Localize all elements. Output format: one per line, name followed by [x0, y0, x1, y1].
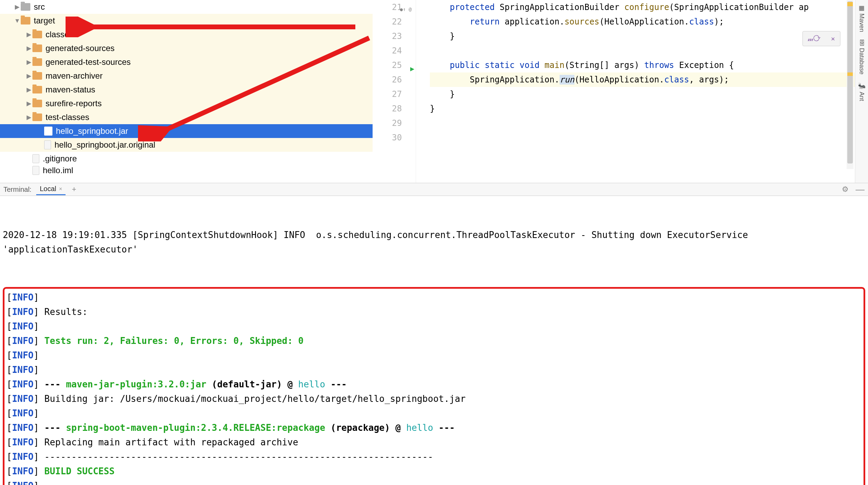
expand-arrow-icon[interactable]: ▶ [26, 44, 32, 52]
file-icon [32, 166, 39, 175]
code-line[interactable]: } [430, 101, 868, 116]
tree-item-surefire-reports[interactable]: ▶surefire-reports [0, 97, 373, 110]
code-line[interactable] [430, 43, 868, 58]
warning-marker[interactable] [847, 2, 853, 6]
tree-item-label: generated-sources [46, 43, 115, 53]
tree-item-label: test-classes [46, 112, 89, 122]
tree-item-test-classes[interactable]: ▶test-classes [0, 110, 373, 124]
expand-arrow-icon[interactable]: ▶ [26, 100, 32, 107]
database-tool-button[interactable]: 🗄 Database [858, 38, 865, 77]
terminal-output[interactable]: 2020-12-18 19:19:01.335 [SpringContextSh… [0, 196, 868, 485]
tree-item-target[interactable]: ▼target [0, 14, 373, 28]
tree-item-src[interactable]: ▶src [0, 0, 373, 14]
maven-tool-button[interactable]: ▦ Maven [858, 2, 866, 34]
inspection-popup[interactable]: 𝓂⟳ × [802, 31, 840, 46]
terminal-log-line: [INFO] --- maven-jar-plugin:3.2.0:jar (d… [7, 377, 861, 392]
gutter-line[interactable]: 30 [373, 130, 402, 145]
folder-icon [21, 3, 30, 11]
gutter-line[interactable]: 23 [373, 29, 402, 43]
folder-icon [32, 31, 42, 38]
gutter-line[interactable]: 22 [373, 14, 402, 29]
tree-item-label: hello.iml [43, 166, 73, 175]
minimize-icon[interactable]: — [856, 184, 865, 195]
terminal-log-line: [INFO] [7, 290, 861, 305]
file-icon [32, 154, 39, 163]
terminal-log-line: [INFO] [7, 319, 861, 334]
terminal-title: Terminal: [3, 186, 31, 194]
terminal-log-line: [INFO] ---------------------------------… [7, 478, 861, 485]
expand-arrow-icon[interactable]: ▶ [26, 86, 32, 93]
tree-item-hello-springboot-jar[interactable]: hello_springboot.jar [0, 124, 373, 138]
gutter-line[interactable]: 28 [373, 101, 402, 116]
terminal-tab-bar[interactable]: Terminal: Local × + ⚙ — [0, 183, 868, 196]
gutter-line[interactable]: 25▶ [373, 58, 402, 72]
code-editor[interactable]: 21●↑ @22232425▶2627282930 protected Spri… [373, 0, 868, 183]
code-line[interactable]: protected SpringApplicationBuilder confi… [430, 0, 868, 14]
editor-gutter: 21●↑ @22232425▶2627282930 [373, 0, 416, 183]
editor-scrollbar[interactable] [847, 0, 854, 169]
tree-item-label: src [34, 2, 45, 12]
maven-icon: ▦ [858, 4, 866, 11]
terminal-log-line: [INFO] Building jar: /Users/mockuai/mock… [7, 392, 861, 406]
gear-icon[interactable]: ⚙ [842, 185, 849, 194]
folder-icon [32, 113, 42, 121]
code-line[interactable]: public static void main(String[] args) t… [430, 58, 868, 72]
terminal-tab-local[interactable]: Local × [36, 184, 66, 195]
tree-item-label: .gitignore [43, 154, 77, 164]
run-gutter-icon[interactable]: ▶ [410, 61, 414, 76]
terminal-log-line: [INFO] BUILD SUCCESS [7, 464, 861, 478]
editor-code-area[interactable]: protected SpringApplicationBuilder confi… [416, 0, 868, 183]
database-icon: 🗄 [858, 40, 865, 46]
folder-icon [32, 44, 42, 52]
expand-arrow-icon[interactable]: ▶ [26, 72, 32, 80]
close-icon[interactable]: × [831, 34, 835, 43]
inspection-icon: 𝓂⟳ [808, 34, 821, 43]
tree-item-label: maven-archiver [46, 71, 102, 81]
terminal-log-line: [INFO] [7, 406, 861, 420]
ant-icon: 🐜 [858, 82, 866, 90]
warning-marker[interactable] [847, 72, 853, 76]
code-line[interactable] [430, 130, 868, 145]
tree-item-label: hello_springboot.jar.original [55, 140, 155, 150]
tree-item-maven-archiver[interactable]: ▶maven-archiver [0, 69, 373, 83]
add-terminal-button[interactable]: + [72, 185, 76, 194]
folder-icon [32, 86, 42, 93]
folder-icon [32, 72, 42, 80]
terminal-log-line: [INFO] [7, 348, 861, 363]
terminal-log-line: [INFO] Replacing main artifact with repa… [7, 435, 861, 449]
expand-arrow-icon[interactable]: ▶ [26, 58, 32, 66]
folder-icon [32, 58, 42, 66]
gutter-line[interactable]: 21●↑ @ [373, 0, 402, 14]
tree-item-hello-springboot-jar-original[interactable]: hello_springboot.jar.original [0, 138, 373, 152]
tree-item-label: surefire-reports [46, 99, 102, 108]
terminal-log-line: 2020-12-18 19:19:01.335 [SpringContextSh… [3, 228, 865, 257]
tree-item-label: target [34, 16, 55, 26]
code-line[interactable]: } [430, 87, 868, 101]
tree-item-label: classes [46, 30, 73, 39]
right-tool-sidebar[interactable]: ▦ Maven 🗄 Database 🐜 Ant [855, 0, 868, 183]
scrollbar-thumb[interactable] [847, 1, 853, 164]
terminal-log-line: [INFO] --- spring-boot-maven-plugin:2.3.… [7, 420, 861, 435]
expand-arrow-icon[interactable]: ▶ [26, 113, 32, 121]
gutter-line[interactable]: 26 [373, 72, 402, 87]
close-icon[interactable]: × [59, 186, 62, 192]
project-tree-panel[interactable]: ▶src▼target▶classes▶generated-sources▶ge… [0, 0, 373, 183]
jar-icon [44, 127, 52, 136]
code-line[interactable] [430, 116, 868, 130]
expand-arrow-icon[interactable]: ▼ [14, 17, 21, 24]
tree-item-generated-sources[interactable]: ▶generated-sources [0, 41, 373, 55]
tree-item-maven-status[interactable]: ▶maven-status [0, 83, 373, 97]
gutter-line[interactable]: 29 [373, 116, 402, 130]
tree-item-hello-iml[interactable]: hello.iml [0, 166, 373, 175]
expand-arrow-icon[interactable]: ▶ [14, 3, 21, 11]
ant-tool-button[interactable]: 🐜 Ant [858, 80, 866, 103]
code-line[interactable]: SpringApplication.run(HelloApplication.c… [430, 72, 868, 87]
code-line[interactable]: return application.sources(HelloApplicat… [430, 14, 868, 29]
tree-item--gitignore[interactable]: .gitignore [0, 152, 373, 166]
gutter-line[interactable]: 24 [373, 43, 402, 58]
tree-item-label: maven-status [46, 85, 95, 95]
tree-item-classes[interactable]: ▶classes [0, 28, 373, 41]
expand-arrow-icon[interactable]: ▶ [26, 31, 32, 38]
tree-item-generated-test-sources[interactable]: ▶generated-test-sources [0, 55, 373, 69]
gutter-line[interactable]: 27 [373, 87, 402, 101]
